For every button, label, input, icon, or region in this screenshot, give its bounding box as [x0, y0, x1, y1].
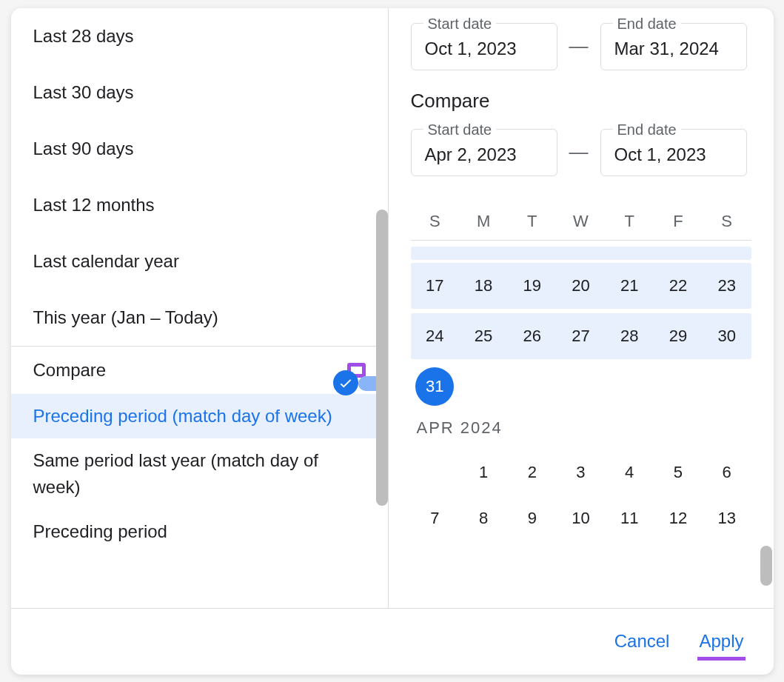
weekday-tue: T [508, 212, 557, 231]
compare-option-same-period-last-year[interactable]: Same period last year (match day of week… [11, 438, 388, 509]
calendar-day[interactable]: 27 [557, 317, 606, 355]
right-scrollbar[interactable] [760, 546, 772, 586]
calendar-day[interactable]: 6 [703, 453, 751, 492]
weekday-sat: S [703, 212, 751, 231]
calendar-day[interactable] [411, 453, 460, 492]
start-date-label: Start date [423, 16, 497, 33]
weekday-thu: T [605, 212, 654, 231]
calendar-day[interactable]: 2 [508, 453, 557, 492]
calendar-day[interactable]: 30 [703, 317, 751, 355]
weekday-fri: F [654, 212, 703, 231]
calendar-day[interactable]: 10 [557, 499, 606, 538]
calendar-day[interactable]: 25 [459, 317, 508, 355]
primary-date-row: Start date Oct 1, 2023 — End date Mar 31… [411, 23, 751, 70]
calendar-day[interactable]: 18 [459, 267, 508, 305]
calendar-day[interactable]: 4 [605, 453, 654, 492]
calendar-day[interactable]: 23 [703, 267, 751, 305]
compare-date-dash: — [569, 141, 589, 164]
dialog-footer: Cancel Apply [11, 608, 774, 675]
preset-panel: Last 28 days Last 30 days Last 90 days L… [11, 8, 389, 608]
compare-option-preceding-match-dow[interactable]: Preceding period (match day of week) [11, 394, 388, 438]
end-date-field[interactable]: End date Mar 31, 2024 [600, 23, 747, 70]
date-range-dialog: Last 28 days Last 30 days Last 90 days L… [11, 8, 774, 675]
preset-last-28-days[interactable]: Last 28 days [11, 8, 388, 64]
weekday-sun: S [411, 212, 460, 231]
calendar-day[interactable]: 8 [459, 499, 508, 538]
compare-label: Compare [33, 360, 107, 381]
calendar-day[interactable]: 5 [654, 453, 703, 492]
calendar-row: 1 2 3 4 5 6 [411, 449, 751, 495]
end-date-label: End date [613, 16, 681, 33]
check-icon [338, 375, 354, 391]
preset-last-12-months[interactable]: Last 12 months [11, 177, 388, 233]
calendar-day[interactable]: 21 [605, 267, 654, 305]
compare-end-date-label: End date [613, 121, 681, 138]
calendar-partial-row [411, 247, 751, 260]
calendar-day[interactable]: 29 [654, 317, 703, 355]
calendar-day[interactable]: 9 [508, 499, 557, 538]
calendar-day[interactable]: 19 [508, 267, 557, 305]
start-date-value: Oct 1, 2023 [425, 39, 517, 58]
toggle-knob [333, 370, 358, 395]
calendar-day[interactable]: 3 [557, 453, 606, 492]
compare-heading: Compare [411, 90, 751, 113]
calendar-row: 17 18 19 20 21 22 23 [411, 263, 751, 309]
start-date-field[interactable]: Start date Oct 1, 2023 [411, 23, 557, 70]
calendar-day[interactable]: 1 [459, 453, 508, 492]
apply-button[interactable]: Apply [699, 631, 743, 652]
calendar-day[interactable]: 13 [703, 499, 751, 538]
calendar-day[interactable]: 26 [508, 317, 557, 355]
month-label: APR 2024 [411, 409, 751, 449]
calendar-row: 31 [411, 364, 751, 409]
end-date-value: Mar 31, 2024 [614, 39, 719, 58]
calendar-day[interactable]: 11 [605, 499, 654, 538]
preset-last-30-days[interactable]: Last 30 days [11, 64, 388, 121]
calendar-day[interactable]: 17 [411, 267, 460, 305]
compare-end-date-field[interactable]: End date Oct 1, 2023 [600, 129, 747, 176]
compare-start-date-field[interactable]: Start date Apr 2, 2023 [411, 129, 557, 176]
calendar-day[interactable]: 28 [605, 317, 654, 355]
compare-row: Compare [11, 347, 388, 394]
calendar-day[interactable]: 24 [411, 317, 460, 355]
calendar-day[interactable]: 22 [654, 267, 703, 305]
compare-start-date-label: Start date [423, 121, 497, 138]
compare-end-date-value: Oct 1, 2023 [614, 144, 706, 164]
calendar-day[interactable]: 7 [411, 499, 460, 538]
weekday-mon: M [459, 212, 508, 231]
calendar-day-end[interactable]: 31 [415, 367, 454, 406]
left-scrollbar[interactable] [376, 210, 388, 506]
compare-start-date-value: Apr 2, 2023 [425, 144, 517, 164]
compare-date-row: Start date Apr 2, 2023 — End date Oct 1,… [411, 129, 751, 176]
calendar-row: 7 8 9 10 11 12 13 [411, 495, 751, 541]
preset-last-90-days[interactable]: Last 90 days [11, 121, 388, 177]
compare-option-preceding-period[interactable]: Preceding period [11, 509, 388, 554]
dialog-content: Last 28 days Last 30 days Last 90 days L… [11, 8, 774, 608]
preset-last-calendar-year[interactable]: Last calendar year [11, 233, 388, 290]
date-dash: — [569, 35, 589, 58]
calendar-row: 24 25 26 27 28 29 30 [411, 313, 751, 359]
calendar: S M T W T F S 17 18 19 20 21 [411, 212, 751, 608]
weekday-header: S M T W T F S [411, 212, 751, 241]
calendar-day[interactable]: 20 [557, 267, 606, 305]
weekday-wed: W [557, 212, 606, 231]
cancel-button[interactable]: Cancel [614, 631, 670, 652]
preset-this-year[interactable]: This year (Jan – Today) [11, 290, 388, 346]
compare-toggle-highlight [347, 363, 366, 378]
calendar-day[interactable]: 12 [654, 499, 703, 538]
calendar-body: 17 18 19 20 21 22 23 24 25 26 27 28 [411, 241, 751, 541]
calendar-panel: Start date Oct 1, 2023 — End date Mar 31… [389, 8, 774, 608]
